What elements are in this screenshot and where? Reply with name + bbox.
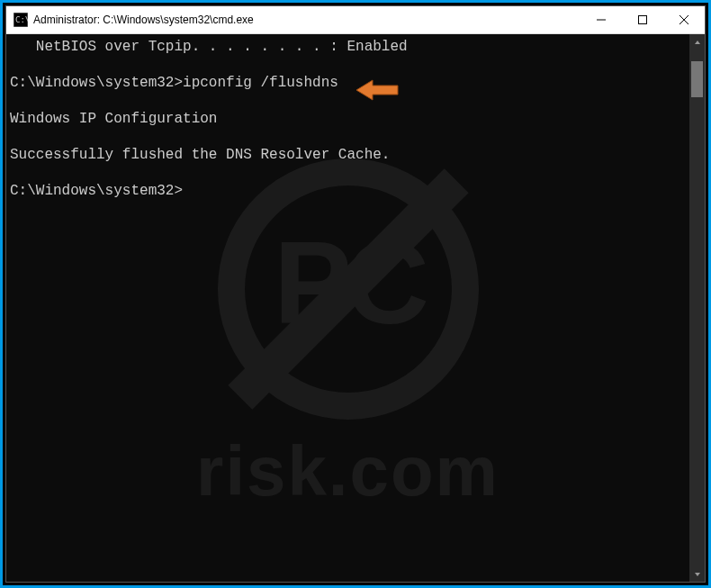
- svg-rect-4: [639, 16, 647, 24]
- svg-text:C:\: C:\: [15, 15, 28, 24]
- window-controls: [580, 6, 705, 33]
- scroll-up-button[interactable]: [689, 34, 705, 50]
- terminal-output: NetBIOS over Tcpip. . . . . . . . : Enab…: [6, 38, 689, 200]
- screenshot-frame: C:\ Administrator: C:\Windows\system32\c…: [0, 0, 711, 588]
- scroll-thumb[interactable]: [691, 61, 703, 97]
- minimize-button[interactable]: [580, 6, 622, 33]
- cmd-window: C:\ Administrator: C:\Windows\system32\c…: [5, 5, 706, 583]
- close-button[interactable]: [663, 6, 705, 33]
- window-title: Administrator: C:\Windows\system32\cmd.e…: [33, 14, 254, 26]
- scroll-down-button[interactable]: [689, 566, 705, 582]
- cmd-icon: C:\: [14, 13, 28, 27]
- svg-marker-8: [695, 41, 700, 44]
- terminal-area[interactable]: PC risk.com NetBIOS over Tcpip. . . . . …: [6, 34, 705, 582]
- maximize-button[interactable]: [622, 6, 663, 33]
- svg-marker-9: [695, 573, 700, 576]
- vertical-scrollbar[interactable]: [689, 34, 705, 582]
- titlebar[interactable]: C:\ Administrator: C:\Windows\system32\c…: [6, 6, 705, 34]
